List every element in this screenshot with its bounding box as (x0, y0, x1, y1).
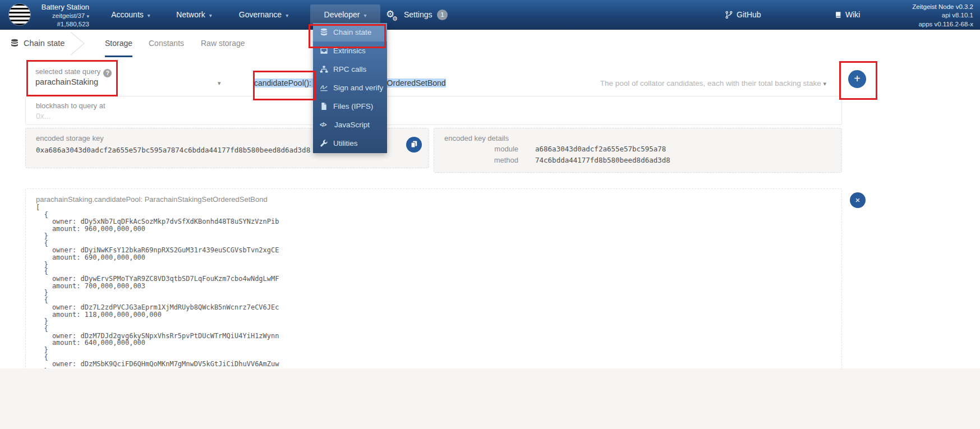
sitemap-icon (320, 65, 328, 73)
nav-menu-accounts[interactable]: Accounts▾ (104, 4, 158, 25)
book-icon (834, 11, 842, 19)
blockhash-label: blockhash to query at (36, 102, 105, 110)
nav-menu-developer[interactable]: Developer▾ (310, 4, 380, 25)
chevron-down-icon: ▾ (148, 12, 150, 19)
developer-menu-item-sign-and-verify[interactable]: Sign and verify (313, 79, 387, 97)
copy-storage-key-button[interactable] (406, 137, 422, 153)
section-title-label: Chain state (24, 39, 65, 48)
module-select[interactable]: parachainStaking (35, 77, 98, 86)
developer-menu-item-javascript[interactable]: </> JavaScript (313, 116, 387, 134)
nav-menu-label: Developer (324, 10, 360, 19)
best-block-number: #1,580,523 (35, 20, 89, 28)
tab-constants[interactable]: Constants (149, 30, 184, 56)
nav-menu-label: Settings (404, 10, 433, 19)
method-docs: The pool of collator candidates, each wi… (600, 79, 826, 87)
chevron-down-icon[interactable]: ▾ (218, 80, 221, 87)
chevron-down-icon: ▾ (286, 12, 288, 19)
developer-dropdown-menu: Chain state Extrinsics RPC calls Sign an… (313, 23, 387, 153)
menu-item-label: Sign and verify (333, 84, 383, 92)
selected-state-query-label: selected state query? (35, 67, 112, 77)
tab-raw-storage[interactable]: Raw storage (201, 30, 245, 56)
chevron-down-icon: ▾ (86, 13, 89, 19)
settings-badge: 1 (437, 10, 448, 20)
git-branch-icon (725, 11, 733, 19)
chain-spec[interactable]: zeitgeist/37 ▾ (35, 12, 89, 20)
encoded-storage-key-value: 0xa686a3043d0adcf2a655e57bc595a7874c6bdd… (36, 146, 310, 154)
encoded-key-details-panel: encoded key details module a686a3043d0ad… (434, 128, 842, 173)
results-output: [ { owner: dDy5xNb7LqDFkAcSozMkp7dvSfXdK… (36, 204, 279, 369)
page-tabbar: Chain state Storage Constants Raw storag… (0, 30, 980, 57)
module-hash-label: module (434, 145, 518, 153)
developer-menu-item-utilities[interactable]: Utilities (313, 134, 387, 153)
wiki-link[interactable]: Wiki (834, 4, 860, 25)
nav-link-label: GitHub (737, 10, 761, 19)
method-hash-label: method (434, 156, 518, 164)
node-version-info: Zeitgeist Node v0.3.2 api v8.10.1 apps v… (912, 3, 973, 29)
nav-menu-label: Governance (239, 10, 282, 19)
plus-icon: + (854, 72, 861, 85)
wrench-icon (320, 139, 328, 147)
nav-menu-label: Network (176, 10, 205, 19)
file-icon (320, 102, 328, 110)
network-brand[interactable]: Battery Station zeitgeist/37 ▾ #1,580,52… (35, 3, 89, 28)
nav-menu-governance[interactable]: Governance▾ (231, 4, 296, 25)
menu-item-label: Chain state (333, 28, 371, 36)
github-link[interactable]: GitHub (725, 4, 761, 25)
code-icon: </> (320, 122, 329, 128)
add-query-button[interactable]: + (848, 70, 866, 88)
nav-menu-label: Accounts (111, 10, 144, 19)
method-hash-value: 74c6bdda44177fd8b580beed8d6ad3d8 (535, 156, 670, 164)
chevron-down-icon: ▾ (209, 12, 212, 19)
zeitgeist-logo-icon[interactable] (9, 4, 30, 25)
signature-icon (320, 84, 328, 92)
menu-item-label: Utilities (333, 139, 358, 147)
apps-version: apps v0.116.2-68-x (912, 20, 973, 29)
encoded-storage-key-label: encoded storage key (36, 134, 104, 142)
nav-menu-network[interactable]: Network▾ (168, 4, 220, 25)
nav-menu-settings[interactable]: ⚙⚙ Settings (386, 4, 435, 25)
query-results-panel: parachainStaking.candidatePool: Parachai… (25, 188, 842, 369)
top-navbar: Battery Station zeitgeist/37 ▾ #1,580,52… (0, 0, 980, 30)
nav-link-label: Wiki (845, 10, 860, 19)
chevron-down-icon[interactable]: ▾ (823, 80, 826, 87)
network-name: Battery Station (35, 3, 89, 12)
menu-item-label: Files (IPFS) (333, 102, 373, 110)
menu-item-label: RPC calls (333, 65, 366, 73)
database-icon (320, 28, 328, 36)
breadcrumb-chevron (68, 31, 86, 56)
database-icon (10, 39, 19, 48)
developer-menu-item-chain-state[interactable]: Chain state (313, 23, 387, 41)
chevron-down-icon: ▾ (364, 12, 366, 19)
section-title: Chain state (10, 30, 65, 57)
results-header: parachainStaking.candidatePool: Parachai… (36, 195, 268, 204)
help-icon[interactable]: ? (103, 69, 112, 77)
chain-state-page: Battery Station zeitgeist/37 ▾ #1,580,52… (0, 0, 980, 429)
blockhash-placeholder: 0x... (36, 112, 50, 121)
menu-item-label: Extrinsics (333, 47, 366, 55)
close-icon: × (855, 195, 861, 205)
inbox-icon (320, 47, 328, 55)
remove-query-button[interactable]: × (850, 192, 866, 208)
module-hash-value: a686a3043d0adcf2a655e57bc595a78 (535, 145, 666, 153)
encoded-key-details-label: encoded key details (444, 134, 509, 142)
node-version: Zeitgeist Node v0.3.2 (912, 3, 973, 11)
blockhash-input[interactable]: blockhash to query at 0x... (25, 96, 842, 125)
tab-storage[interactable]: Storage (105, 30, 132, 57)
menu-item-label: JavaScript (334, 121, 370, 129)
developer-menu-item-rpc-calls[interactable]: RPC calls (313, 60, 387, 79)
gears-icon: ⚙⚙ (386, 10, 399, 21)
page-footer-area (0, 368, 980, 429)
api-version: api v8.10.1 (912, 11, 973, 20)
developer-menu-item-files-ipfs[interactable]: Files (IPFS) (313, 97, 387, 116)
copy-icon (410, 140, 418, 149)
developer-menu-item-extrinsics[interactable]: Extrinsics (313, 41, 387, 60)
